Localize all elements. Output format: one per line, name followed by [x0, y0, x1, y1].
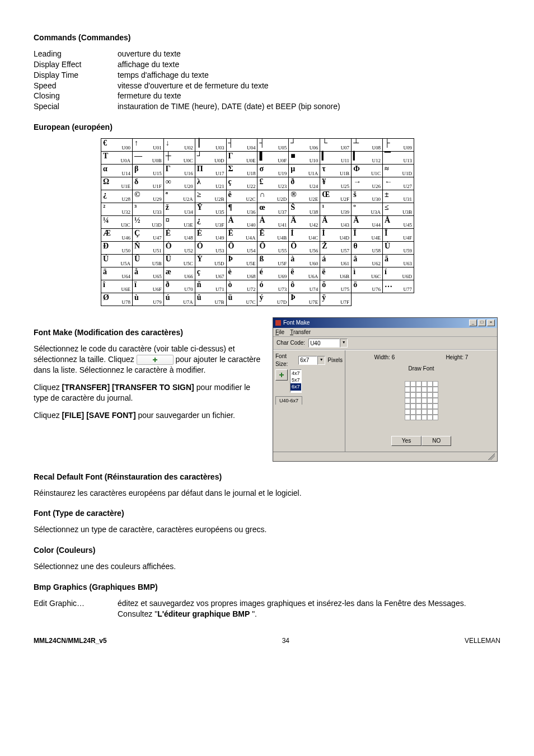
char-code: U30	[372, 197, 381, 202]
pixel-cell[interactable]	[405, 415, 410, 420]
dialog-titlebar[interactable]: Font Make _ □ ×	[273, 318, 497, 328]
pixel-cell[interactable]	[421, 403, 427, 409]
char-glyph: ð	[166, 281, 170, 289]
menu-transfer[interactable]: Transfer	[290, 328, 311, 336]
pixel-cell[interactable]	[416, 398, 421, 403]
pixel-cell[interactable]	[427, 409, 433, 415]
pixel-cell[interactable]	[433, 409, 438, 415]
charcode-input[interactable]	[308, 339, 340, 348]
pixel-cell[interactable]	[410, 415, 416, 420]
char-code: U6A	[308, 274, 318, 279]
char-cell	[383, 293, 414, 306]
resize-grip-icon[interactable]	[488, 453, 495, 460]
pixel-cell[interactable]	[433, 387, 438, 392]
text: pour sauvegarder un fichier.	[136, 411, 235, 420]
char-code: U06	[310, 145, 318, 151]
pixel-cell[interactable]	[410, 381, 416, 387]
chevron-down-icon[interactable]: ▼	[317, 356, 325, 365]
text: Cliquez	[34, 383, 62, 392]
pixel-cell[interactable]	[416, 403, 421, 409]
add-character-button[interactable]	[275, 369, 288, 381]
heading-font: Font (Type de caractère)	[34, 508, 500, 519]
pixel-cell[interactable]	[421, 387, 427, 392]
chevron-down-icon[interactable]: ▼	[340, 339, 348, 348]
pixel-cell[interactable]	[427, 403, 433, 409]
character-tab[interactable]: U40-6x7	[275, 396, 302, 405]
pixel-cell[interactable]	[433, 392, 438, 398]
char-glyph: ²	[103, 204, 105, 212]
char-code: U3F	[216, 223, 224, 228]
pixel-cell[interactable]	[416, 415, 421, 420]
pixel-cell[interactable]	[416, 381, 421, 387]
pixel-cell[interactable]	[405, 387, 410, 392]
char-cell: δU1F	[132, 177, 163, 190]
pixel-cell[interactable]	[416, 409, 421, 415]
char-glyph: α	[103, 165, 107, 173]
char-cell: ∞U20	[163, 177, 195, 190]
list-item[interactable]: 5x7	[291, 377, 301, 383]
charcode-dropdown[interactable]: ▼	[308, 339, 348, 348]
char-cell: ÇU47	[132, 229, 163, 242]
pixel-cell[interactable]	[405, 381, 410, 387]
pixel-cell[interactable]	[410, 392, 416, 398]
pixel-cell[interactable]	[410, 403, 416, 409]
char-cell: ÉU49	[195, 229, 226, 242]
char-glyph: û	[197, 294, 202, 302]
pixel-grid[interactable]	[405, 381, 438, 420]
char-glyph: →	[353, 178, 361, 186]
heading-bmp: Bmp Graphics (Graphiques BMP)	[34, 582, 500, 593]
pixel-cell[interactable]	[427, 415, 433, 420]
pixel-cell[interactable]	[421, 381, 427, 387]
char-cell: ÅU45	[383, 216, 414, 229]
no-button[interactable]: NO	[421, 436, 451, 446]
pixel-cell[interactable]	[421, 415, 427, 420]
char-code: U78	[121, 300, 130, 305]
pixel-cell[interactable]	[427, 392, 433, 398]
char-code: U77	[404, 287, 413, 292]
char-code: U47	[153, 236, 162, 241]
char-code: U7F	[340, 300, 349, 305]
pixel-cell[interactable]	[433, 398, 438, 403]
pixel-cell[interactable]	[405, 398, 410, 403]
char-cell: TU0A	[101, 152, 133, 165]
char-cell: —U0B	[132, 152, 163, 165]
pixel-cell[interactable]	[405, 403, 410, 409]
pixel-cell[interactable]	[421, 392, 427, 398]
list-item[interactable]: 6x7	[291, 383, 301, 390]
command-term: Speed	[34, 81, 118, 91]
pixel-cell[interactable]	[410, 387, 416, 392]
char-glyph: Å	[385, 217, 390, 224]
char-glyph: δ	[134, 178, 138, 186]
pixel-cell[interactable]	[405, 409, 410, 415]
command-row: Leadingouverture du texte	[34, 49, 500, 59]
fontsize-input[interactable]	[298, 356, 317, 365]
list-item[interactable]: 4x7	[291, 370, 301, 377]
pixel-cell[interactable]	[421, 409, 427, 415]
pixel-cell[interactable]	[410, 398, 416, 403]
pixel-cell[interactable]	[433, 403, 438, 409]
pixel-cell[interactable]	[427, 387, 433, 392]
command-def: temps d'affichage du texte	[118, 70, 500, 81]
pixel-cell[interactable]	[433, 381, 438, 387]
char-glyph: â	[353, 255, 357, 263]
menu-file[interactable]: File	[275, 328, 284, 336]
char-glyph: Ù	[385, 242, 390, 250]
char-glyph: Œ	[322, 191, 330, 199]
command-term: Leading	[34, 49, 118, 59]
char-glyph: ç	[197, 268, 200, 276]
pixel-cell[interactable]	[427, 398, 433, 403]
pixel-cell[interactable]	[433, 415, 438, 420]
minimize-button[interactable]: _	[469, 320, 477, 326]
pixel-cell[interactable]	[416, 387, 421, 392]
pixel-cell[interactable]	[405, 392, 410, 398]
yes-button[interactable]: Yes	[391, 436, 421, 446]
pixel-cell[interactable]	[410, 409, 416, 415]
close-button[interactable]: ×	[487, 320, 495, 326]
fontsize-listbox[interactable]: 4x7 5x7 6x7	[290, 369, 302, 393]
pixel-cell[interactable]	[421, 398, 427, 403]
char-cell: ÓU53	[195, 242, 226, 255]
fontsize-dropdown[interactable]: ▼	[298, 356, 325, 365]
pixel-cell[interactable]	[427, 381, 433, 387]
maximize-button[interactable]: □	[478, 320, 486, 326]
pixel-cell[interactable]	[416, 392, 421, 398]
